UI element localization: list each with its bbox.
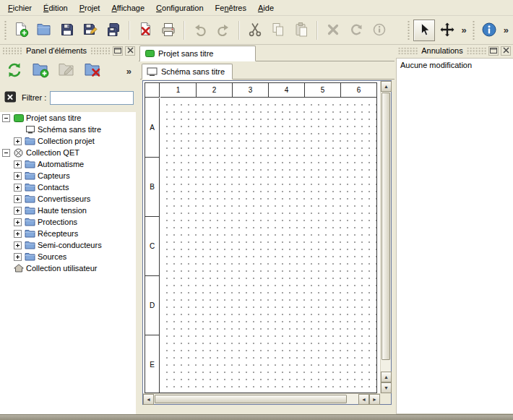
- menu-fichier[interactable]: Fichier: [2, 0, 38, 15]
- toolbar-drag-handle[interactable]: [407, 21, 410, 40]
- cut-button[interactable]: [244, 20, 266, 41]
- pan-mode-button[interactable]: [436, 20, 458, 41]
- expander-plus-icon[interactable]: [14, 218, 22, 226]
- tab-diagram[interactable]: Schéma sans titre: [142, 64, 233, 80]
- reload-collections-button[interactable]: [4, 60, 25, 82]
- scroll-left-button[interactable]: ◄: [143, 394, 154, 405]
- expander-plus-icon[interactable]: [14, 160, 22, 168]
- close-panel-button[interactable]: [125, 46, 135, 56]
- expander-minus-icon[interactable]: [2, 149, 10, 157]
- scroll-down-button[interactable]: ▼: [381, 382, 392, 393]
- diagram-info-button[interactable]: [368, 20, 390, 41]
- tree-item-récepteurs[interactable]: Récepteurs: [0, 228, 136, 239]
- horizontal-scrollbar[interactable]: ◄ ◄ ►: [143, 393, 380, 404]
- copy-button[interactable]: [267, 20, 289, 41]
- edit-element-button[interactable]: [56, 60, 77, 82]
- rotate-button[interactable]: [345, 20, 367, 41]
- tree-item-semi-conducteurs[interactable]: Semi-conducteurs: [0, 239, 136, 251]
- new-element-button[interactable]: [30, 60, 51, 82]
- expander-plus-icon[interactable]: [14, 241, 22, 249]
- toolbar-overflow-icon[interactable]: »: [460, 25, 469, 35]
- redo-button[interactable]: [212, 20, 234, 41]
- expander-plus-icon[interactable]: [14, 230, 22, 238]
- toolbar-overflow-icon[interactable]: »: [501, 25, 511, 35]
- expander-plus-icon[interactable]: [14, 172, 22, 180]
- tree-item-schéma-sans-titre[interactable]: Schéma sans titre: [0, 124, 136, 135]
- expander-plus-icon[interactable]: [14, 253, 22, 261]
- menu-affichage[interactable]: Affichage: [105, 0, 150, 15]
- diagram-view[interactable]: 123456 ABCDE ▲ ▲ ▼ ◄ ◄ ►: [142, 80, 392, 405]
- scroll-left-button[interactable]: ◄: [358, 394, 369, 405]
- row-header-A: A: [145, 98, 159, 158]
- float-panel-button[interactable]: [113, 46, 123, 56]
- vertical-scrollbar[interactable]: ▲ ▲ ▼: [380, 81, 391, 393]
- toolbar-overflow-icon[interactable]: »: [124, 66, 134, 77]
- vertical-scroll-thumb[interactable]: [381, 93, 390, 360]
- tree-item-capteurs[interactable]: Capteurs: [0, 170, 136, 181]
- clear-filter-button[interactable]: [4, 90, 18, 105]
- dock-drag-handle[interactable]: [90, 48, 111, 54]
- scroll-up-button[interactable]: ▲: [381, 81, 392, 92]
- tree-item-sources[interactable]: Sources: [0, 251, 136, 262]
- save-button[interactable]: [56, 20, 78, 41]
- folder-icon: [24, 206, 36, 215]
- tree-item-contacts[interactable]: Contacts: [0, 181, 136, 193]
- tree-item-projet-sans-titre[interactable]: Projet sans titre: [0, 112, 136, 124]
- diagram-icon: [24, 125, 36, 134]
- scroll-up-button[interactable]: ▲: [381, 372, 392, 382]
- tree-item-collection-qet[interactable]: Collection QET: [0, 147, 136, 158]
- close-project-button[interactable]: [134, 20, 156, 41]
- project-icon: [145, 50, 155, 57]
- undo-history-list[interactable]: Aucune modification: [396, 58, 513, 414]
- expander-plus-icon[interactable]: [14, 195, 22, 203]
- dock-drag-handle[interactable]: [2, 48, 22, 54]
- tree-item-collection-projet[interactable]: Collection projet: [0, 135, 136, 147]
- elements-panel-toolbar: »: [0, 56, 137, 85]
- filter-input[interactable]: [50, 91, 134, 105]
- printer-icon: [160, 22, 176, 39]
- save-as-button[interactable]: [79, 20, 101, 41]
- tree-item-collection-utilisateur[interactable]: Collection utilisateur: [0, 262, 136, 274]
- tree-item-convertisseurs[interactable]: Convertisseurs: [0, 193, 136, 205]
- row-header-B: B: [145, 158, 159, 217]
- info-button[interactable]: [478, 20, 500, 41]
- dock-drag-handle[interactable]: [398, 48, 418, 54]
- undo-button[interactable]: [189, 20, 211, 41]
- print-button[interactable]: [158, 20, 179, 41]
- close-icon: [127, 46, 134, 55]
- close-panel-button[interactable]: [501, 46, 511, 56]
- tree-item-label: Schéma sans titre: [38, 125, 101, 134]
- new-element-icon: [32, 61, 49, 80]
- expander-plus-icon[interactable]: [14, 207, 22, 215]
- menu-fenêtres[interactable]: Fenêtres: [210, 0, 252, 15]
- menu-projet[interactable]: Projet: [74, 0, 106, 15]
- expander-plus-icon[interactable]: [14, 137, 22, 145]
- tree-item-automatisme[interactable]: Automatisme: [0, 158, 136, 170]
- toolbar-separator: [238, 21, 240, 40]
- save-all-button[interactable]: [103, 20, 124, 41]
- open-project-button[interactable]: [33, 20, 55, 41]
- elements-panel-titlebar: Panel d'éléments: [0, 45, 137, 56]
- horizontal-scroll-thumb[interactable]: [155, 395, 347, 403]
- menu-configuration[interactable]: Configuration: [150, 0, 209, 15]
- tree-item-haute-tension[interactable]: Haute tension: [0, 205, 136, 216]
- tree-item-label: Capteurs: [38, 171, 70, 180]
- scroll-right-button[interactable]: ►: [369, 394, 380, 405]
- new-project-button[interactable]: [10, 20, 32, 41]
- menu-édition[interactable]: Édition: [38, 0, 74, 15]
- selection-mode-button[interactable]: [413, 20, 435, 41]
- diagram-grid[interactable]: [160, 98, 376, 393]
- tree-item-label: Sources: [38, 252, 66, 261]
- delete-button[interactable]: [322, 20, 344, 41]
- dock-drag-handle[interactable]: [467, 48, 486, 54]
- delete-element-button[interactable]: [82, 60, 103, 82]
- menu-aide[interactable]: Aide: [252, 0, 280, 15]
- expander-minus-icon[interactable]: [2, 114, 10, 122]
- tree-item-protections[interactable]: Protections: [0, 216, 136, 228]
- float-panel-button[interactable]: [488, 46, 499, 56]
- toolbar-drag-handle[interactable]: [4, 21, 7, 40]
- paste-button[interactable]: [290, 20, 312, 41]
- expander-plus-icon[interactable]: [14, 184, 22, 192]
- tab-project[interactable]: Projet sans titre: [139, 46, 256, 61]
- toolbar-drag-handle[interactable]: [472, 21, 475, 40]
